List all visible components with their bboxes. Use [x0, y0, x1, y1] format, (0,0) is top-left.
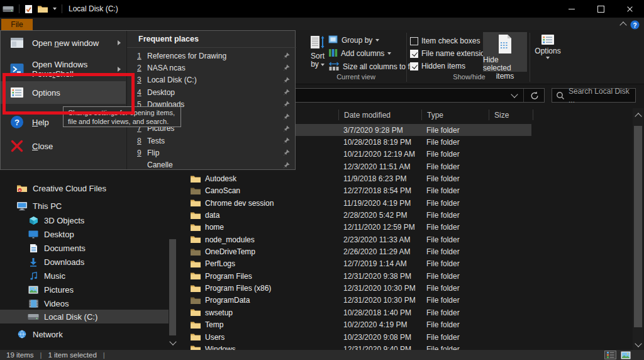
file-list-scrollbar-thumb[interactable]	[634, 126, 642, 327]
collapse-ribbon-chevron-icon[interactable]	[619, 20, 628, 28]
scroll-down-icon[interactable]	[633, 340, 643, 349]
table-row-node-modules[interactable]: node_modules2/23/2020 11:33 AMFile folde…	[179, 233, 634, 245]
sidebar-item-pictures[interactable]: Pictures	[0, 283, 169, 296]
frequent-place-local-disk-c[interactable]: 3Local Disk (C:)	[127, 74, 296, 86]
sidebar-item-downloads[interactable]: Downloads	[0, 255, 169, 269]
pin-icon[interactable]	[283, 52, 290, 61]
pin-icon[interactable]	[283, 113, 290, 122]
table-row-canoscan[interactable]: CanoScan12/27/2018 8:54 PMFile folder	[179, 185, 634, 197]
file-menu-item-options[interactable]: Options	[1, 81, 126, 104]
type-cell: File folder	[421, 136, 489, 148]
sidebar-scrollbar-thumb[interactable]	[169, 239, 176, 335]
file-menu-item-close[interactable]: Close	[1, 135, 126, 157]
file-menu-item-open-new-window[interactable]: Open new window	[1, 33, 126, 52]
folder-options-button[interactable]: Options	[533, 32, 563, 72]
frequent-place-references-for-drawing[interactable]: 1References for Drawing	[127, 50, 296, 62]
table-row-autodesk[interactable]: Autodesk11/9/2018 6:23 PMFile folder	[179, 172, 634, 184]
sidebar-item-this-pc[interactable]: This PC	[0, 199, 169, 213]
table-row-onedrivetemp[interactable]: OneDriveTemp2/26/2020 11:29 AMFile folde…	[179, 245, 634, 257]
sidebar-item-3d-objects[interactable]: 3D Objects	[0, 213, 169, 227]
type-cell: File folder	[421, 197, 489, 209]
search-input[interactable]: Search Local Disk ...	[552, 88, 636, 103]
sidebar-item-music[interactable]: Music	[0, 269, 169, 283]
properties-quickaccess-icon[interactable]	[22, 0, 35, 18]
file-name-cell: CanoScan	[179, 185, 338, 197]
date-modified-cell: 11/19/2020 4:19 PM	[338, 197, 421, 209]
new-folder-quickaccess-icon[interactable]	[35, 0, 50, 18]
frequent-place-desktop[interactable]: 4Desktop	[127, 86, 296, 98]
pin-icon[interactable]	[283, 77, 290, 86]
pin-icon[interactable]	[283, 64, 290, 73]
sidebar-item-documents[interactable]: Documents	[0, 241, 169, 255]
group-by-button[interactable]: Group by	[328, 34, 379, 47]
close-button[interactable]	[615, 0, 644, 18]
table-row-program-files-x86[interactable]: Program Files (x86)12/31/2020 10:30 PMFi…	[179, 282, 634, 294]
maximize-button[interactable]	[586, 0, 615, 18]
file-menu-item-open-windows-powershell[interactable]: Open Windows PowerShell	[1, 60, 126, 79]
checkbox-box-item-check-boxes[interactable]	[410, 37, 418, 45]
sidebar-scroll-down-icon[interactable]	[169, 337, 177, 347]
sidebar-item-creative-cloud-files[interactable]: eCreative Cloud Files	[0, 181, 169, 195]
divider	[19, 4, 19, 13]
pin-icon[interactable]	[283, 149, 290, 158]
size-all-columns-button[interactable]: Size all columns to fit	[328, 60, 414, 73]
checkbox-box-file-name-extensions[interactable]	[410, 50, 418, 58]
sidebar-item-videos[interactable]: Videos	[0, 296, 169, 310]
hide-selected-items-button[interactable]: Hide selected items	[483, 32, 527, 72]
folder-icon	[191, 235, 201, 244]
add-columns-button[interactable]: Add columns	[328, 47, 391, 60]
pin-icon[interactable]	[283, 89, 290, 98]
pin-icon[interactable]	[283, 101, 290, 110]
creative-cloud-folder-icon: e	[16, 184, 28, 193]
pin-icon[interactable]	[283, 137, 290, 146]
table-row-users[interactable]: Users10/23/2020 9:08 PMFile folder	[179, 331, 634, 343]
table-row-swsetup[interactable]: swsetup10/28/2018 1:40 PMFile folder	[179, 307, 634, 318]
column-header-date-modified[interactable]: Date modified	[338, 110, 421, 120]
size-cell	[489, 233, 533, 245]
sidebar-item-label: Videos	[44, 299, 69, 308]
minimize-button[interactable]	[557, 0, 586, 18]
sidebar-item-local-disk-c[interactable]: Local Disk (C:)	[0, 310, 169, 323]
frequent-place-tests[interactable]: 8Tests	[127, 135, 296, 147]
table-row-temp[interactable]: Temp10/2/2020 4:19 PMFile folder	[179, 319, 634, 331]
pin-icon[interactable]	[283, 162, 290, 171]
tab-file[interactable]: File	[1, 19, 33, 30]
checkbox-box-hidden-items[interactable]	[410, 62, 418, 70]
add-columns-label: Add columns	[341, 49, 384, 58]
group-label-show-hide: Show/hide	[409, 73, 530, 82]
frequent-place-flip[interactable]: 9Flip	[127, 147, 296, 159]
help-circle-icon[interactable]: ?	[630, 20, 640, 30]
file-name: data	[205, 211, 219, 220]
frequent-place-nasa-ncas[interactable]: 2NASA ncas	[127, 62, 296, 74]
details-view-button[interactable]	[604, 351, 616, 359]
type-cell: File folder	[421, 209, 489, 221]
refresh-icon[interactable]	[530, 91, 539, 100]
table-row-programdata[interactable]: ProgramData12/31/2020 10:30 PMFile folde…	[179, 295, 634, 307]
checkbox-item-check-boxes[interactable]: Item check boxes	[410, 35, 480, 47]
sidebar-item-network[interactable]: Network	[0, 327, 169, 341]
size-cell	[489, 124, 533, 136]
column-header-type[interactable]: Type	[421, 110, 489, 120]
frequent-place-canelle[interactable]: Canelle	[127, 159, 296, 171]
checkbox-hidden-items[interactable]: Hidden items	[410, 60, 465, 72]
scroll-up-icon[interactable]	[633, 111, 643, 120]
pin-icon[interactable]	[283, 125, 290, 134]
column-header-size[interactable]: Size	[489, 110, 533, 120]
title-bar: Local Disk (C:)	[0, 0, 644, 18]
sidebar-item-desktop[interactable]: Desktop	[0, 227, 169, 241]
table-row-chrome-dev-session[interactable]: Chrome dev session11/19/2020 4:19 PMFile…	[179, 197, 634, 209]
hide-selected-label: Hide selected	[483, 56, 527, 72]
thumbnail-view-button[interactable]	[619, 351, 631, 359]
type-cell: File folder	[421, 307, 489, 318]
sort-by-button[interactable]: Sort by	[306, 32, 330, 71]
table-row-program-files[interactable]: Program Files12/31/2020 9:38 PMFile fold…	[179, 270, 634, 282]
size-cell	[489, 160, 533, 172]
checkbox-file-name-extensions[interactable]: File name extensions	[410, 47, 492, 60]
file-name: PerfLogs	[205, 259, 235, 268]
quickaccess-customize-chevron-icon[interactable]	[50, 0, 59, 18]
table-row-data[interactable]: data2/28/2020 5:42 PMFile folder	[179, 209, 634, 221]
table-row-home[interactable]: home12/11/2020 12:59 PMFile folder	[179, 222, 634, 233]
table-row-perflogs[interactable]: PerfLogs12/7/2019 1:14 AMFile folder	[179, 258, 634, 270]
address-dropdown-chevron-icon[interactable]	[511, 91, 518, 98]
table-row-windows[interactable]: Windows12/31/2020 9:40 PMFile folder	[179, 343, 634, 350]
